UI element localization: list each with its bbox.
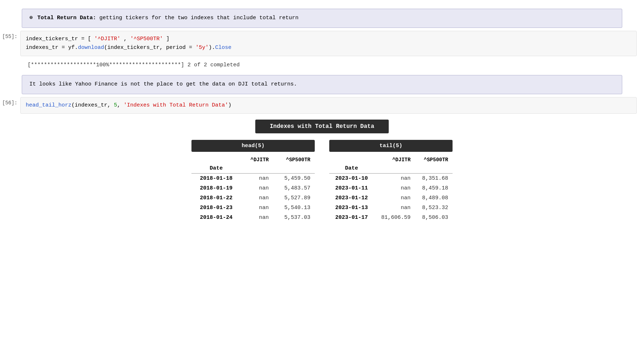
right-date-3: 2023-01-13 (329, 203, 374, 213)
comma-56-2: , (117, 102, 124, 108)
table-row: 2018-01-18 nan 5,459.50 (191, 173, 315, 183)
right-sp500tr-1: 8,459.18 (415, 183, 453, 193)
left-date-0: 2018-01-18 (191, 173, 241, 183)
table-section: Indexes with Total Return Data head(5) ^… (0, 116, 644, 230)
left-sp500tr-4: 5,537.03 (273, 213, 315, 222)
right-date-spacer2 (415, 163, 453, 174)
left-ticker-sp500tr: ^SP500TR (273, 155, 315, 163)
var-indexes-tr: indexes_tr (26, 45, 58, 51)
right-date-label: Date (329, 163, 374, 174)
right-ticker-row: ^DJITR ^SP500TR (329, 155, 453, 163)
left-empty-header (191, 155, 241, 163)
left-ticker-djitr: ^DJITR (241, 155, 273, 163)
right-djitr-1: nan (374, 183, 415, 193)
right-sp500tr-0: 8,351.68 (415, 173, 453, 183)
cell-number-56: [56]: (0, 97, 20, 106)
left-table-header: head(5) (191, 140, 315, 152)
var-index-tickers-tr: index_tickers_tr (26, 36, 78, 42)
table-row: 2018-01-19 nan 5,483.57 (191, 183, 315, 193)
str-sp500tr: '^SP500TR' (130, 36, 163, 42)
func-head-tail-horz: head_tail_horz (26, 102, 71, 108)
right-table-header: tail(5) (329, 140, 453, 152)
func-download: download (78, 45, 104, 51)
comma-2: , period = (160, 45, 195, 51)
left-sp500tr-3: 5,540.13 (273, 203, 315, 213)
right-sp500tr-4: 8,506.03 (415, 213, 453, 222)
left-date-4: 2018-01-24 (191, 213, 241, 222)
right-date-2: 2023-01-12 (329, 193, 374, 203)
left-sub-table: head(5) ^DJITR ^SP500TR Date (191, 140, 315, 222)
right-date-header-row: Date (329, 163, 453, 174)
right-data-table: ^DJITR ^SP500TR Date 2023-01-10 nan (329, 155, 453, 222)
markdown-bold-label: Total Return Data: (34, 15, 96, 21)
paren-open: ( (104, 45, 107, 51)
comma-1: , (124, 36, 130, 42)
table-row: 2018-01-24 nan 5,537.03 (191, 213, 315, 222)
right-date-spacer1 (374, 163, 415, 174)
left-date-spacer1 (241, 163, 273, 174)
markdown-cell-top: ⊕ Total Return Data: getting tickers for… (22, 9, 622, 28)
paren-close: ). (209, 45, 215, 51)
right-sp500tr-2: 8,489.08 (415, 193, 453, 203)
right-date-4: 2023-01-17 (329, 213, 374, 222)
eq-yf: = yf. (62, 45, 78, 51)
paren-open-56: ( (71, 102, 75, 108)
cell-number-55: [55]: (0, 31, 20, 39)
code-line-1: index_tickers_tr = [ '^DJITR' , '^SP500T… (26, 35, 631, 43)
str-5y: '5y' (195, 45, 209, 51)
right-djitr-4: 81,606.59 (374, 213, 415, 222)
output-cell-55: [********************100%***************… (0, 58, 644, 72)
notebook: ⊕ Total Return Data: getting tickers for… (0, 0, 644, 230)
str-djitr: '^DJITR' (94, 36, 120, 42)
left-djitr-3: nan (241, 203, 273, 213)
right-date-1: 2023-01-11 (329, 183, 374, 193)
table-main-title: Indexes with Total Return Data (255, 120, 389, 133)
right-date-0: 2023-01-10 (329, 173, 374, 183)
right-djitr-2: nan (374, 193, 415, 203)
code-content-56[interactable]: head_tail_horz(indexes_tr, 5, 'Indexes w… (20, 97, 637, 114)
code-line-56: head_tail_horz(indexes_tr, 5, 'Indexes w… (26, 101, 631, 110)
left-date-3: 2018-01-23 (191, 203, 241, 213)
left-djitr-1: nan (241, 183, 273, 193)
code-content-55[interactable]: index_tickers_tr = [ '^DJITR' , '^SP500T… (20, 31, 637, 56)
right-djitr-3: nan (374, 203, 415, 213)
left-djitr-4: nan (241, 213, 273, 222)
right-empty-header (329, 155, 374, 163)
arg-indexes-tr: indexes_tr (75, 102, 107, 108)
note-box: It looks like Yahoo Finance is not the p… (22, 75, 622, 94)
left-date-2: 2018-01-22 (191, 193, 241, 203)
left-date-header-row: Date (191, 163, 315, 174)
left-ticker-row: ^DJITR ^SP500TR (191, 155, 315, 163)
output-55-text: [********************100%***************… (28, 62, 240, 68)
right-sub-table: tail(5) ^DJITR ^SP500TR Date (329, 140, 453, 222)
comma-56-1: , (107, 102, 114, 108)
right-djitr-0: nan (374, 173, 415, 183)
num-5: 5 (114, 102, 117, 108)
right-sp500tr-3: 8,523.32 (415, 203, 453, 213)
table-row: 2023-01-12 nan 8,489.08 (329, 193, 453, 203)
left-djitr-2: nan (241, 193, 273, 203)
str-title: 'Indexes with Total Return Data' (124, 102, 228, 108)
table-row: 2023-01-17 81,606.59 8,506.03 (329, 213, 453, 222)
markdown-text: getting tickers for the two indexes that… (96, 15, 298, 21)
left-date-1: 2018-01-19 (191, 183, 241, 193)
left-date-spacer2 (273, 163, 315, 174)
attr-close: Close (215, 45, 231, 51)
code-cell-56: [56]: head_tail_horz(indexes_tr, 5, 'Ind… (0, 97, 644, 114)
table-row: 2018-01-23 nan 5,540.13 (191, 203, 315, 213)
eq-sign-1: = [ (81, 36, 91, 42)
paren-close-56: ) (228, 102, 231, 108)
right-ticker-sp500tr: ^SP500TR (415, 155, 453, 163)
left-sp500tr-0: 5,459.50 (273, 173, 315, 183)
earth-icon: ⊕ (29, 14, 33, 22)
arg-tickers: index_tickers_tr (107, 45, 160, 51)
tables-row: head(5) ^DJITR ^SP500TR Date (191, 140, 453, 222)
note-text: It looks like Yahoo Finance is not the p… (29, 81, 297, 87)
left-sp500tr-2: 5,527.89 (273, 193, 315, 203)
left-date-label: Date (191, 163, 241, 174)
table-row: 2023-01-11 nan 8,459.18 (329, 183, 453, 193)
left-djitr-0: nan (241, 173, 273, 183)
bracket-close-1: ] (166, 36, 169, 42)
table-row: 2023-01-13 nan 8,523.32 (329, 203, 453, 213)
left-data-table: ^DJITR ^SP500TR Date 2018-01-18 nan (191, 155, 315, 222)
